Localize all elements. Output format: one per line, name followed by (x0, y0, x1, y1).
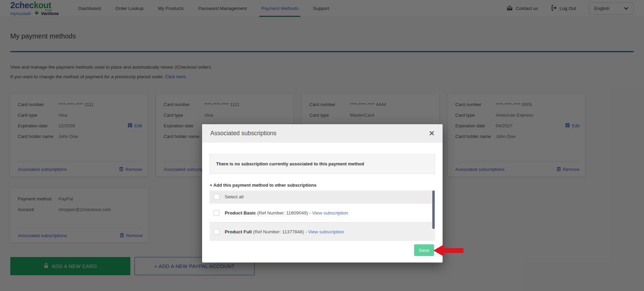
subscription-name: Product Full (225, 229, 252, 234)
subscription-row-product-full: Product Full (Ref Number: 11377848) - Vi… (210, 222, 435, 241)
add-to-subscriptions-note: + Add this payment method to other subsc… (210, 183, 435, 188)
view-subscription-link[interactable]: View subscription (312, 210, 348, 216)
select-all-row: Select all (210, 190, 435, 203)
subscription-ref: (Ref Number: 11609049) - (256, 210, 312, 216)
modal-title: Associated subscriptions (210, 130, 277, 137)
payment-methods-page: 2checkout myAccount is now Verifone Dash… (0, 0, 644, 291)
subscription-name: Product Basic (225, 210, 256, 216)
view-subscription-link[interactable]: View subscription (308, 229, 344, 234)
subscriptions-list: Select all Product Basic (Ref Number: 11… (210, 190, 435, 241)
subscription-checkbox[interactable] (214, 229, 220, 235)
subscription-row-product-basic: Product Basic (Ref Number: 11609049) - V… (210, 203, 435, 222)
red-arrow-annotation (433, 244, 464, 258)
subscription-ref: (Ref Number: 11377848) - (252, 229, 308, 234)
save-button[interactable]: Save (414, 244, 434, 256)
associated-subscriptions-modal: Associated subscriptions × There is no s… (202, 124, 443, 263)
list-scrollbar-thumb[interactable] (432, 190, 435, 229)
close-icon[interactable]: × (429, 129, 434, 138)
select-all-checkbox[interactable] (214, 194, 220, 200)
select-all-label: Select all (225, 194, 244, 199)
no-subscription-message: There is no subscription currently assoc… (210, 154, 435, 174)
subscription-checkbox[interactable] (214, 210, 220, 216)
